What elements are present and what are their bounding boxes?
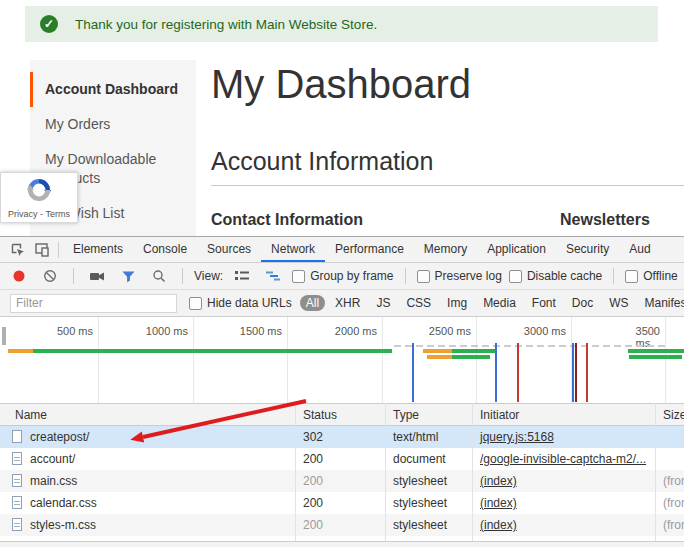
- column-header-name[interactable]: Name: [15, 408, 47, 422]
- inspect-cursor-icon: [10, 242, 26, 258]
- capture-screenshots-button[interactable]: [85, 265, 109, 287]
- disable-cache-checkbox[interactable]: Disable cache: [509, 269, 602, 283]
- preserve-log-checkbox[interactable]: Preserve log: [417, 269, 502, 283]
- column-header-size[interactable]: Size: [663, 408, 684, 422]
- tab-network[interactable]: Network: [261, 237, 325, 262]
- network-toolbar: View: Group by frame: [0, 263, 684, 290]
- timeline-request-bar: [628, 349, 684, 353]
- tab-memory[interactable]: Memory: [414, 237, 477, 262]
- tab-aud[interactable]: Aud: [619, 237, 660, 262]
- request-status: 302: [303, 430, 323, 444]
- network-row-calendar-css[interactable]: calendar.css200stylesheet(index)(from: [0, 492, 684, 514]
- hide-data-urls-checkbox[interactable]: Hide data URLs: [189, 296, 292, 310]
- group-by-frame-checkbox[interactable]: Group by frame: [292, 269, 393, 283]
- record-button[interactable]: [7, 265, 31, 287]
- request-initiator-link[interactable]: (index): [480, 474, 517, 488]
- tab-application[interactable]: Application: [477, 237, 556, 262]
- request-initiator-link[interactable]: (index): [480, 518, 517, 532]
- table-header: NameStatusTypeInitiatorSize: [0, 403, 684, 426]
- request-type: text/html: [393, 430, 438, 444]
- network-row-main-css[interactable]: main.css200stylesheet(index)(from: [0, 470, 684, 492]
- page-root: Thank you for registering with Main Webs…: [0, 0, 684, 547]
- request-name: calendar.css: [30, 496, 97, 510]
- column-header-status[interactable]: Status: [303, 408, 337, 422]
- device-toolbar-icon: [34, 242, 50, 258]
- request-initiator-link[interactable]: jquery.js:5168: [480, 430, 554, 444]
- network-row-createpost[interactable]: createpost/302text/htmljquery.js:5168: [0, 426, 684, 448]
- tab-performance[interactable]: Performance: [325, 237, 414, 262]
- toolbar-divider: [613, 268, 614, 284]
- filter-pill-doc[interactable]: Doc: [566, 295, 599, 311]
- list-view-icon: [234, 269, 250, 283]
- filter-pill-ws[interactable]: WS: [603, 295, 634, 311]
- device-toolbar-button[interactable]: [30, 239, 54, 261]
- recaptcha-logo-icon: [25, 176, 53, 204]
- filter-pill-manifest[interactable]: Manifest: [639, 295, 684, 311]
- filter-pill-all[interactable]: All: [300, 295, 325, 311]
- filter-pill-js[interactable]: JS: [370, 295, 396, 311]
- network-row-account[interactable]: account/200document/google-invisible-cap…: [0, 448, 684, 470]
- request-status: 200: [303, 518, 323, 532]
- request-name: styles-m.css: [30, 518, 96, 532]
- timeline-gridline: [665, 317, 666, 403]
- inspect-element-button[interactable]: [6, 239, 30, 261]
- filter-pill-css[interactable]: CSS: [400, 295, 437, 311]
- timeline-request-bar: [629, 355, 682, 359]
- timeline-request-bar: [452, 349, 495, 353]
- request-initiator-link[interactable]: (index): [480, 496, 517, 510]
- timeline-tick-label: 1500 ms: [240, 325, 287, 337]
- group-by-frame-label: Group by frame: [310, 269, 393, 283]
- timeline-gridline: [193, 317, 194, 403]
- tab-console[interactable]: Console: [133, 237, 197, 262]
- large-rows-toggle-button[interactable]: [230, 265, 254, 287]
- network-overview-timeline[interactable]: 500 ms1000 ms1500 ms2000 ms2500 ms3000 m…: [0, 317, 684, 403]
- hide-data-urls-label: Hide data URLs: [207, 296, 292, 310]
- column-header-initiator[interactable]: Initiator: [480, 408, 519, 422]
- filter-pill-font[interactable]: Font: [526, 295, 562, 311]
- timeline-request-bar: [33, 349, 392, 353]
- column-separator: [472, 403, 473, 541]
- request-name: account/: [30, 452, 75, 466]
- doc-icon: [12, 474, 22, 487]
- recaptcha-privacy-terms[interactable]: Privacy - Terms: [1, 209, 77, 219]
- timeline-drag-handle[interactable]: [2, 327, 6, 345]
- timeline-event-line-red: [517, 343, 519, 402]
- sidebar-item-my-orders[interactable]: My Orders: [30, 107, 196, 142]
- checkbox-icon: [417, 270, 430, 283]
- request-initiator-link[interactable]: /google-invisible-captcha-m2/...: [480, 452, 646, 466]
- request-name: createpost/: [30, 430, 89, 444]
- recaptcha-badge[interactable]: Privacy - Terms: [0, 172, 78, 223]
- column-separator: [655, 403, 656, 541]
- success-check-icon: [40, 15, 58, 33]
- request-status: 200: [303, 474, 323, 488]
- column-header-type[interactable]: Type: [393, 408, 419, 422]
- filter-pill-xhr[interactable]: XHR: [329, 295, 366, 311]
- timeline-event-line-blue: [412, 343, 414, 402]
- sidebar-item-account-dashboard[interactable]: Account Dashboard: [30, 72, 196, 107]
- toolbar-divider: [58, 242, 59, 258]
- tab-elements[interactable]: Elements: [63, 237, 133, 262]
- tab-sources[interactable]: Sources: [197, 237, 261, 262]
- timeline-tick-label: 2500 ms: [429, 325, 476, 337]
- camera-icon: [89, 269, 105, 283]
- timeline-pending-segment: [394, 345, 667, 347]
- offline-checkbox[interactable]: Offline: [625, 269, 677, 283]
- network-filterbar: Hide data URLs AllXHRJSCSSImgMediaFontDo…: [0, 290, 684, 317]
- column-separator: [295, 403, 296, 541]
- search-button[interactable]: [147, 265, 171, 287]
- filter-input[interactable]: [10, 294, 177, 313]
- checkbox-icon: [625, 270, 638, 283]
- tab-security[interactable]: Security: [556, 237, 619, 262]
- toolbar-divider: [73, 268, 74, 284]
- request-status: 200: [303, 496, 323, 510]
- clear-button[interactable]: [38, 265, 62, 287]
- filter-pill-img[interactable]: Img: [441, 295, 473, 311]
- filter-toggle-button[interactable]: [116, 265, 140, 287]
- filter-pill-media[interactable]: Media: [477, 295, 522, 311]
- devtools-panel: ElementsConsoleSourcesNetworkPerformance…: [0, 236, 684, 547]
- request-type: stylesheet: [393, 496, 447, 510]
- overview-toggle-button[interactable]: [261, 265, 285, 287]
- network-row-styles-m-css[interactable]: styles-m.css200stylesheet(index)(from: [0, 514, 684, 536]
- offline-label: Offline: [643, 269, 677, 283]
- timeline-tick-label: 2000 ms: [335, 325, 382, 337]
